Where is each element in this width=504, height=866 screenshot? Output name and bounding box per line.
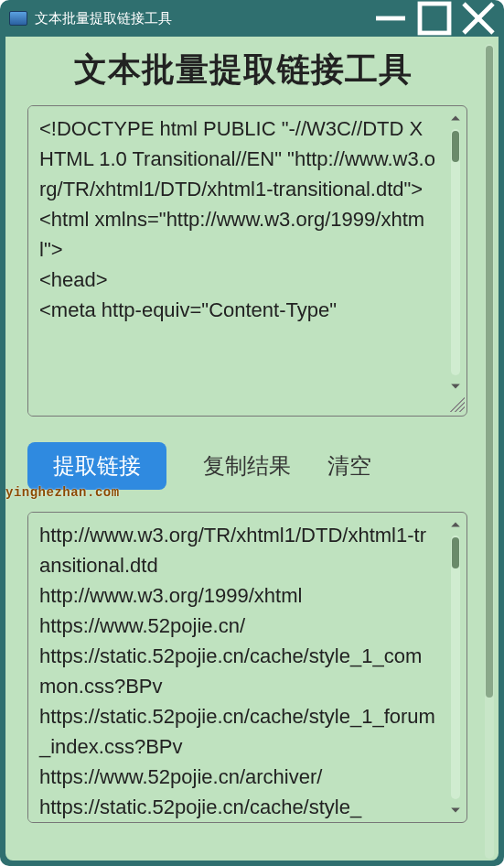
page-scroll-thumb[interactable]	[486, 46, 493, 698]
output-scroll-track[interactable]	[451, 536, 460, 799]
scroll-down-icon[interactable]	[447, 802, 464, 818]
maximize-button[interactable]	[413, 4, 456, 33]
watermark-text: yinghezhan.com	[5, 485, 120, 500]
input-scrollbar[interactable]	[445, 106, 466, 416]
output-text-content[interactable]: http://www.w3.org/TR/xhtml1/DTD/xhtml1-t…	[28, 513, 445, 822]
app-icon	[9, 11, 27, 26]
minimize-button[interactable]	[369, 4, 413, 33]
page-scrollbar[interactable]	[480, 37, 499, 861]
scroll-up-icon[interactable]	[447, 516, 464, 533]
client-area: yinghezhan.com 文本批量提取链接工具 <!DOCTYPE html…	[5, 37, 499, 861]
app-window: 文本批量提取链接工具 yinghezhan.com 文本批量提取链接工具 <!D…	[0, 0, 504, 866]
close-button[interactable]	[456, 4, 500, 33]
input-scroll-track[interactable]	[451, 129, 460, 375]
resize-grip-icon[interactable]	[450, 397, 465, 412]
scroll-down-icon[interactable]	[447, 378, 464, 395]
content: 文本批量提取链接工具 <!DOCTYPE html PUBLIC "-//W3C…	[5, 37, 480, 861]
page-scroll-track[interactable]	[485, 44, 494, 859]
output-scrollbar[interactable]	[445, 513, 466, 822]
copy-button[interactable]: 复制结果	[203, 451, 291, 481]
output-scroll-thumb[interactable]	[452, 537, 459, 568]
titlebar[interactable]: 文本批量提取链接工具	[0, 0, 504, 37]
input-text-content[interactable]: <!DOCTYPE html PUBLIC "-//W3C//DTD XHTML…	[28, 106, 445, 416]
extract-button[interactable]: 提取链接	[27, 442, 166, 490]
input-scroll-thumb[interactable]	[452, 131, 459, 162]
input-textbox[interactable]: <!DOCTYPE html PUBLIC "-//W3C//DTD XHTML…	[27, 105, 467, 417]
svg-rect-1	[420, 4, 449, 33]
output-textbox[interactable]: http://www.w3.org/TR/xhtml1/DTD/xhtml1-t…	[27, 512, 467, 823]
page-title: 文本批量提取链接工具	[5, 37, 480, 105]
window-title: 文本批量提取链接工具	[35, 10, 369, 27]
scroll-up-icon[interactable]	[447, 110, 464, 126]
clear-button[interactable]: 清空	[327, 451, 371, 481]
